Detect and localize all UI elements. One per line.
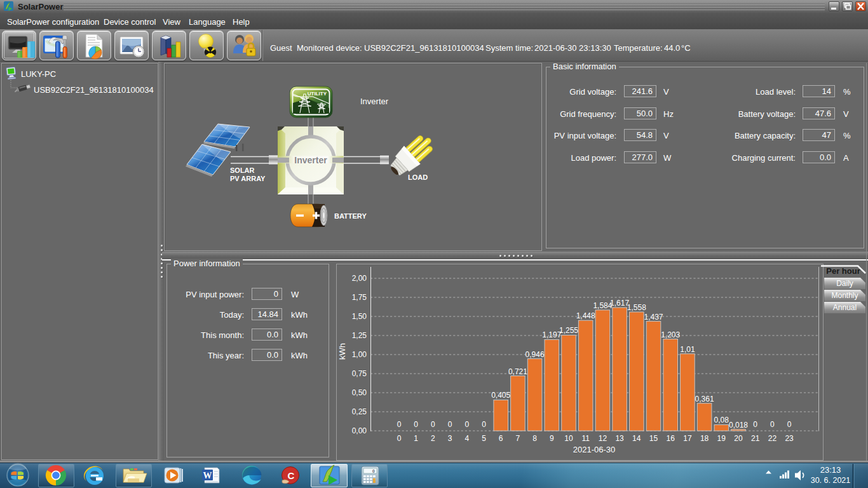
svg-text:22: 22 (768, 434, 777, 443)
svg-text:5: 5 (482, 434, 486, 443)
svg-text:9: 9 (550, 434, 554, 443)
svg-text:0: 0 (431, 420, 435, 429)
svg-text:7: 7 (516, 434, 520, 443)
svg-text:10: 10 (564, 434, 573, 443)
svg-text:PV ARRAY: PV ARRAY (230, 175, 266, 182)
svg-text:0: 0 (770, 420, 775, 429)
svg-text:4: 4 (465, 434, 469, 443)
svg-text:0,50: 0,50 (352, 388, 367, 397)
svg-text:1,00: 1,00 (352, 350, 367, 359)
svg-text:kWh: kWh (337, 343, 347, 360)
svg-text:0,08: 0,08 (714, 416, 729, 424)
svg-text:0,25: 0,25 (352, 407, 367, 416)
svg-text:1,448: 1,448 (576, 311, 595, 320)
svg-text:1,01: 1,01 (680, 345, 695, 354)
svg-text:1,25: 1,25 (352, 331, 367, 340)
svg-text:0: 0 (372, 469, 375, 474)
svg-text:12: 12 (599, 434, 607, 443)
svg-text:0,018: 0,018 (729, 421, 748, 430)
svg-text:1,50: 1,50 (352, 312, 367, 321)
svg-text:0,361: 0,361 (695, 395, 714, 403)
svg-text:0,00: 0,00 (352, 426, 367, 435)
svg-text:19: 19 (717, 434, 726, 443)
svg-text:0: 0 (787, 420, 792, 429)
svg-text:23: 23 (785, 434, 794, 443)
svg-text:0: 0 (397, 434, 402, 443)
svg-text:0: 0 (397, 420, 402, 429)
svg-text:0,721: 0,721 (508, 367, 527, 376)
svg-text:1,437: 1,437 (644, 313, 663, 322)
svg-text:1: 1 (414, 434, 418, 443)
svg-text:8: 8 (532, 434, 537, 443)
svg-text:0: 0 (753, 420, 757, 429)
svg-text:20: 20 (734, 434, 743, 443)
svg-text:1,75: 1,75 (352, 293, 367, 302)
svg-text:LOAD: LOAD (408, 173, 428, 181)
svg-text:16: 16 (667, 434, 675, 443)
svg-text:15: 15 (649, 434, 658, 443)
svg-text:0: 0 (448, 420, 452, 429)
svg-text:C: C (288, 470, 295, 481)
svg-text:6: 6 (499, 434, 503, 443)
svg-text:1,203: 1,203 (661, 330, 680, 339)
svg-text:W: W (203, 471, 212, 480)
svg-text:SOLAR: SOLAR (230, 166, 255, 174)
svg-text:0: 0 (482, 420, 486, 429)
svg-text:Inverter: Inverter (294, 155, 327, 165)
svg-text:21: 21 (751, 434, 760, 443)
svg-text:0,405: 0,405 (491, 391, 510, 400)
svg-text:2: 2 (431, 434, 435, 443)
svg-text:17: 17 (683, 434, 692, 443)
svg-text:0: 0 (414, 420, 418, 429)
svg-text:1,255: 1,255 (559, 326, 578, 335)
svg-text:0,946: 0,946 (526, 350, 545, 359)
svg-text:BATTERY: BATTERY (334, 212, 367, 220)
svg-text:3: 3 (448, 434, 452, 443)
svg-text:14: 14 (632, 434, 641, 443)
svg-text:18: 18 (700, 434, 709, 443)
svg-text:UTILITY: UTILITY (308, 91, 327, 97)
svg-text:2,00: 2,00 (352, 274, 367, 283)
svg-text:2021-06-30: 2021-06-30 (573, 445, 616, 454)
svg-text:13: 13 (615, 434, 624, 443)
svg-text:11: 11 (581, 434, 590, 443)
svg-text:0: 0 (465, 420, 469, 429)
svg-text:0,75: 0,75 (352, 369, 367, 378)
svg-text:1,558: 1,558 (627, 303, 646, 312)
